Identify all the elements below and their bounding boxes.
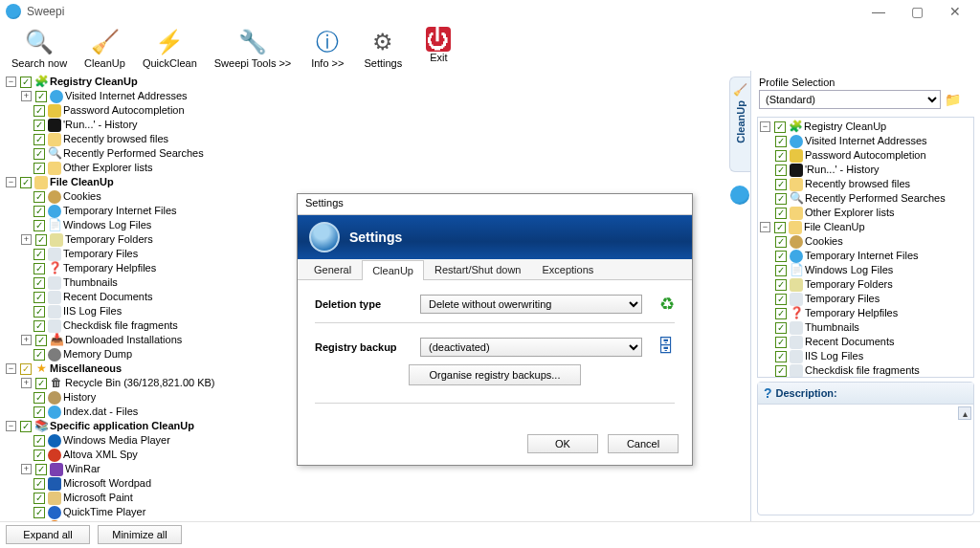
checkbox[interactable]: [33, 406, 45, 418]
checkbox[interactable]: [33, 435, 45, 447]
checkbox[interactable]: [774, 222, 786, 233]
tree-item[interactable]: Recently browsed files: [21, 132, 745, 146]
registry-backup-select[interactable]: (deactivated): [420, 338, 642, 357]
cancel-button[interactable]: Cancel: [608, 434, 679, 453]
profile-select[interactable]: (Standard): [759, 90, 941, 109]
tree-item[interactable]: Temporary Internet Files: [775, 249, 971, 263]
checkbox[interactable]: [774, 121, 786, 133]
checkbox[interactable]: [20, 77, 32, 88]
checkbox[interactable]: [33, 120, 45, 131]
checkbox[interactable]: [33, 191, 45, 203]
checkbox[interactable]: [775, 365, 787, 377]
checkbox[interactable]: [33, 292, 45, 303]
checkbox[interactable]: [33, 249, 45, 260]
tree-item[interactable]: Visited Internet Addresses: [775, 134, 971, 148]
tree-item[interactable]: Mozilla Firefox: [21, 519, 745, 521]
toolbar-settings[interactable]: ⚙ Settings: [356, 25, 410, 71]
tab-cleanup[interactable]: CleanUp: [362, 260, 424, 280]
tree-item[interactable]: IIS Log Files: [775, 349, 971, 363]
tree-item[interactable]: Recent Documents: [775, 335, 971, 349]
checkbox[interactable]: [33, 478, 45, 490]
tree-group-file[interactable]: −File CleanUp: [760, 220, 971, 234]
toolbar-search[interactable]: 🔍 Search now: [4, 25, 75, 71]
tree-item[interactable]: QuickTime Player: [21, 505, 745, 519]
scroll-up-button[interactable]: ▴: [958, 406, 971, 420]
collapse-icon[interactable]: −: [760, 222, 770, 232]
tree-item[interactable]: ❓Temporary Helpfiles: [775, 306, 971, 320]
checkbox[interactable]: [20, 363, 32, 375]
checkbox[interactable]: [33, 521, 45, 522]
checkbox[interactable]: [775, 193, 787, 205]
tree-group-registry[interactable]: − 🧩 Registry CleanUp: [6, 75, 745, 89]
profile-folder-icon[interactable]: 📁: [945, 92, 961, 107]
checkbox[interactable]: [33, 263, 45, 274]
tree-item[interactable]: Cookies: [775, 234, 971, 249]
tree-item[interactable]: Other Explorer lists: [21, 161, 745, 175]
expand-icon[interactable]: +: [21, 464, 32, 474]
expand-all-button[interactable]: Expand all: [6, 525, 90, 544]
tree-item[interactable]: 'Run...' - History: [21, 118, 745, 132]
checkbox[interactable]: [775, 236, 787, 248]
tab-general[interactable]: General: [303, 259, 362, 279]
checkbox[interactable]: [35, 335, 47, 346]
checkbox[interactable]: [35, 464, 47, 475]
expand-icon[interactable]: +: [21, 91, 32, 101]
checkbox[interactable]: [33, 105, 45, 117]
tree-item[interactable]: Temporary Folders: [775, 277, 971, 292]
checkbox[interactable]: [33, 220, 45, 231]
tree-item[interactable]: Microsoft Paint: [21, 491, 745, 505]
minimize-all-button[interactable]: Minimize all: [98, 525, 182, 544]
checkbox[interactable]: [33, 449, 45, 461]
checkbox[interactable]: [33, 277, 45, 289]
close-window[interactable]: ✕: [936, 2, 974, 21]
checkbox[interactable]: [20, 421, 32, 432]
side-tab-cleanup[interactable]: 🧹 CleanUp: [729, 77, 750, 172]
checkbox[interactable]: [20, 177, 32, 188]
checkbox[interactable]: [775, 136, 787, 147]
checkbox[interactable]: [775, 179, 787, 190]
tab-restart[interactable]: Restart/Shut down: [424, 259, 532, 279]
checkbox[interactable]: [775, 164, 787, 176]
checkbox[interactable]: [33, 392, 45, 404]
collapse-icon[interactable]: −: [6, 177, 16, 187]
tree-item[interactable]: Recently browsed files: [775, 177, 971, 191]
checkbox[interactable]: [35, 234, 47, 246]
tree-item[interactable]: Thumbnails: [775, 320, 971, 335]
expand-icon[interactable]: +: [21, 335, 32, 345]
ok-button[interactable]: OK: [527, 434, 598, 453]
checkbox[interactable]: [33, 163, 45, 174]
tree-item[interactable]: Other Explorer lists: [775, 206, 971, 220]
checkbox[interactable]: [35, 91, 47, 102]
checkbox[interactable]: [33, 206, 45, 217]
toolbar-quickclean[interactable]: ⚡ QuickClean: [135, 25, 205, 71]
tree-item[interactable]: 🔍Recently Performed Searches: [775, 191, 971, 206]
tree-group-file[interactable]: − File CleanUp: [6, 175, 745, 189]
collapse-icon[interactable]: −: [760, 121, 770, 132]
expand-icon[interactable]: +: [21, 378, 32, 388]
expand-icon[interactable]: +: [21, 234, 32, 245]
tree-item[interactable]: Temporary Files: [775, 292, 971, 306]
checkbox[interactable]: [775, 150, 787, 162]
tree-item[interactable]: 📄Windows Log Files: [775, 263, 971, 277]
checkbox[interactable]: [775, 308, 787, 319]
checkbox[interactable]: [33, 134, 45, 145]
tree-item[interactable]: +Visited Internet Addresses: [21, 89, 745, 103]
tree-item[interactable]: 🔍Recently Performed Searches: [21, 146, 745, 161]
toolbar-cleanup[interactable]: 🧹 CleanUp: [77, 25, 133, 71]
checkbox[interactable]: [35, 378, 47, 389]
collapse-icon[interactable]: −: [6, 363, 16, 374]
tree-item[interactable]: Microsoft Wordpad: [21, 476, 745, 491]
checkbox[interactable]: [775, 322, 787, 334]
checkbox[interactable]: [33, 306, 45, 318]
toolbar-info[interactable]: ⓘ Info >>: [301, 25, 354, 71]
checkbox[interactable]: [775, 208, 787, 219]
checkbox[interactable]: [33, 507, 45, 518]
checkbox[interactable]: [775, 265, 787, 276]
collapse-icon[interactable]: −: [6, 77, 16, 87]
tab-exceptions[interactable]: Exceptions: [531, 259, 604, 279]
organise-backups-button[interactable]: Organise registry backups...: [409, 364, 581, 385]
checkbox[interactable]: [33, 320, 45, 332]
tree-item[interactable]: Checkdisk file fragments: [775, 363, 971, 378]
checkbox[interactable]: [775, 251, 787, 262]
tree-item[interactable]: 'Run...' - History: [775, 163, 971, 177]
